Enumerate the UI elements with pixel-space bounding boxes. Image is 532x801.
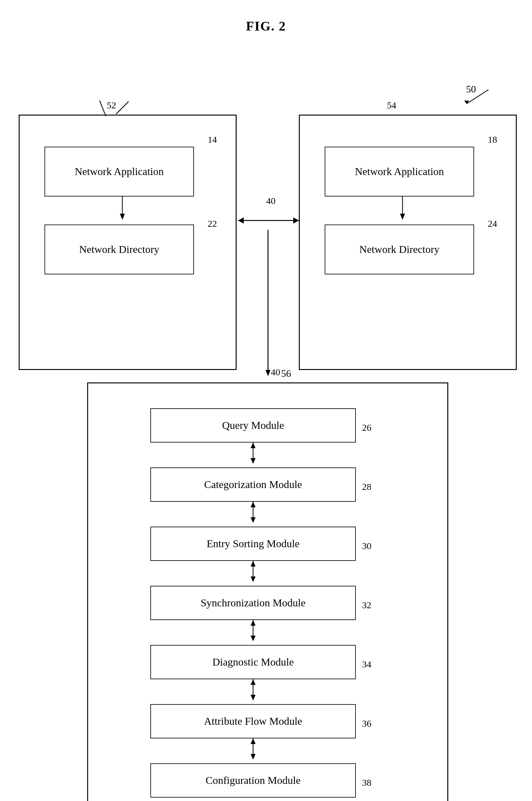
categorization-module-box: Categorization Module <box>150 467 356 502</box>
right-net-dir-label: Network Directory <box>359 244 440 255</box>
svg-line-0 <box>467 90 489 104</box>
entry-sorting-module-box: Entry Sorting Module <box>150 527 356 561</box>
ref-40-top: 40 <box>266 195 276 206</box>
diagnostic-label: Diagnostic Module <box>212 656 294 668</box>
svg-marker-26 <box>251 679 255 685</box>
diagnostic-module-box: Diagnostic Module <box>150 645 356 679</box>
svg-marker-11 <box>266 370 270 376</box>
arrow-query-cat <box>248 443 258 467</box>
arrow-cat-entry <box>248 502 258 527</box>
query-label: Query Module <box>222 420 284 431</box>
ref-56: 56 <box>281 368 291 379</box>
ref-32: 32 <box>362 600 372 610</box>
ref-24: 24 <box>488 218 497 229</box>
right-outer-box: 54 18 Network Application 24 Network Dir… <box>299 115 517 370</box>
svg-marker-19 <box>251 576 255 582</box>
svg-marker-6 <box>400 213 405 220</box>
synchronization-label: Synchronization Module <box>201 597 305 609</box>
svg-marker-4 <box>120 213 125 220</box>
entry-sorting-label: Entry Sorting Module <box>207 538 300 550</box>
svg-marker-28 <box>251 754 255 760</box>
left-outer-box: 52 14 Network Application 22 Network Dir… <box>19 115 236 370</box>
horizontal-arrow <box>235 211 302 230</box>
left-down-arrow <box>118 197 127 221</box>
diagram-container: 50 52 14 Network Application 22 Network … <box>0 59 532 801</box>
svg-marker-14 <box>251 443 255 448</box>
ref-34: 34 <box>362 659 372 670</box>
left-net-dir-box: Network Directory <box>44 225 194 274</box>
svg-marker-22 <box>251 636 255 641</box>
svg-marker-29 <box>251 739 255 744</box>
arrow-sync-diag <box>248 620 258 645</box>
query-module-box: Query Module <box>150 408 356 443</box>
ref-36: 36 <box>362 718 372 729</box>
ref-40-bottom: 40 <box>271 367 280 377</box>
ref-54: 54 <box>387 100 396 111</box>
categorization-label: Categorization Module <box>204 479 302 490</box>
attribute-flow-module-box: Attribute Flow Module <box>150 704 356 739</box>
right-net-dir-box: Network Directory <box>325 225 474 274</box>
left-net-app-box: Network Application <box>44 147 194 197</box>
left-net-app-label: Network Application <box>75 166 164 178</box>
fig-title: FIG. 2 <box>0 19 532 34</box>
right-net-app-box: Network Application <box>325 147 474 197</box>
configuration-module-box: Configuration Module <box>150 763 356 798</box>
svg-marker-16 <box>251 517 255 523</box>
right-net-app-label: Network Application <box>355 166 444 178</box>
ref-18: 18 <box>488 134 497 145</box>
svg-marker-17 <box>251 502 255 507</box>
svg-marker-23 <box>251 620 255 626</box>
ref-50-arrow <box>451 83 501 108</box>
ref-28: 28 <box>362 482 372 492</box>
svg-marker-25 <box>251 695 255 701</box>
ref-22: 22 <box>208 218 217 229</box>
svg-line-30 <box>100 100 106 116</box>
ref-38: 38 <box>362 777 372 788</box>
ref-52-arrow <box>113 98 138 117</box>
ref-52-diag-arrow <box>87 99 112 121</box>
arrow-entry-sync <box>248 561 258 586</box>
ref-26: 26 <box>362 422 372 433</box>
svg-line-2 <box>116 101 129 114</box>
ref-14: 14 <box>208 134 217 145</box>
bottom-outer-box: 56 Query Module 26 Categorization Module… <box>87 383 448 801</box>
configuration-label: Configuration Module <box>206 775 300 786</box>
svg-marker-20 <box>251 561 255 566</box>
ref-30: 30 <box>362 541 372 551</box>
arrow-attr-config <box>248 739 258 763</box>
vertical-connector <box>263 230 273 379</box>
arrow-diag-attr <box>248 679 258 704</box>
svg-marker-8 <box>238 217 244 224</box>
synchronization-module-box: Synchronization Module <box>150 586 356 620</box>
left-net-dir-label: Network Directory <box>79 244 159 255</box>
right-down-arrow <box>398 197 407 221</box>
svg-marker-9 <box>293 217 299 224</box>
attribute-flow-label: Attribute Flow Module <box>204 715 302 727</box>
svg-marker-13 <box>251 458 255 464</box>
